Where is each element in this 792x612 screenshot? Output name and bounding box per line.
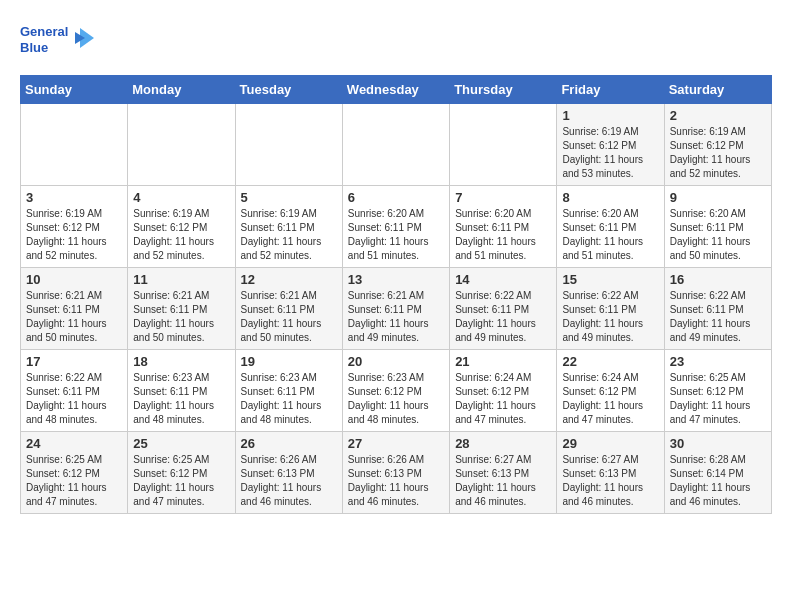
calendar-cell: 28Sunrise: 6:27 AM Sunset: 6:13 PM Dayli… [450,432,557,514]
calendar-table: SundayMondayTuesdayWednesdayThursdayFrid… [20,75,772,514]
calendar-cell [128,104,235,186]
general-blue-logo: General Blue [20,20,100,65]
day-number: 9 [670,190,766,205]
calendar-cell: 7Sunrise: 6:20 AM Sunset: 6:11 PM Daylig… [450,186,557,268]
calendar-cell [342,104,449,186]
day-number: 5 [241,190,337,205]
header-day-monday: Monday [128,76,235,104]
day-number: 21 [455,354,551,369]
calendar-cell: 19Sunrise: 6:23 AM Sunset: 6:11 PM Dayli… [235,350,342,432]
day-number: 25 [133,436,229,451]
calendar-cell [450,104,557,186]
week-row-2: 3Sunrise: 6:19 AM Sunset: 6:12 PM Daylig… [21,186,772,268]
calendar-cell: 26Sunrise: 6:26 AM Sunset: 6:13 PM Dayli… [235,432,342,514]
calendar-header: SundayMondayTuesdayWednesdayThursdayFrid… [21,76,772,104]
cell-info: Sunrise: 6:23 AM Sunset: 6:11 PM Dayligh… [133,371,229,427]
logo: General Blue [20,20,100,65]
cell-info: Sunrise: 6:26 AM Sunset: 6:13 PM Dayligh… [348,453,444,509]
cell-info: Sunrise: 6:23 AM Sunset: 6:12 PM Dayligh… [348,371,444,427]
calendar-cell [235,104,342,186]
day-number: 6 [348,190,444,205]
day-number: 28 [455,436,551,451]
cell-info: Sunrise: 6:22 AM Sunset: 6:11 PM Dayligh… [26,371,122,427]
cell-info: Sunrise: 6:21 AM Sunset: 6:11 PM Dayligh… [26,289,122,345]
cell-info: Sunrise: 6:28 AM Sunset: 6:14 PM Dayligh… [670,453,766,509]
day-number: 2 [670,108,766,123]
calendar-cell: 11Sunrise: 6:21 AM Sunset: 6:11 PM Dayli… [128,268,235,350]
calendar-cell: 10Sunrise: 6:21 AM Sunset: 6:11 PM Dayli… [21,268,128,350]
day-number: 30 [670,436,766,451]
calendar-cell: 13Sunrise: 6:21 AM Sunset: 6:11 PM Dayli… [342,268,449,350]
calendar-cell: 1Sunrise: 6:19 AM Sunset: 6:12 PM Daylig… [557,104,664,186]
day-number: 16 [670,272,766,287]
calendar-cell: 12Sunrise: 6:21 AM Sunset: 6:11 PM Dayli… [235,268,342,350]
header-day-tuesday: Tuesday [235,76,342,104]
day-number: 13 [348,272,444,287]
calendar-cell: 9Sunrise: 6:20 AM Sunset: 6:11 PM Daylig… [664,186,771,268]
calendar-cell: 4Sunrise: 6:19 AM Sunset: 6:12 PM Daylig… [128,186,235,268]
svg-text:General: General [20,24,68,39]
cell-info: Sunrise: 6:25 AM Sunset: 6:12 PM Dayligh… [26,453,122,509]
calendar-cell: 8Sunrise: 6:20 AM Sunset: 6:11 PM Daylig… [557,186,664,268]
cell-info: Sunrise: 6:25 AM Sunset: 6:12 PM Dayligh… [133,453,229,509]
day-number: 27 [348,436,444,451]
calendar-cell [21,104,128,186]
day-number: 17 [26,354,122,369]
cell-info: Sunrise: 6:24 AM Sunset: 6:12 PM Dayligh… [455,371,551,427]
calendar-cell: 18Sunrise: 6:23 AM Sunset: 6:11 PM Dayli… [128,350,235,432]
header-day-wednesday: Wednesday [342,76,449,104]
day-number: 3 [26,190,122,205]
week-row-4: 17Sunrise: 6:22 AM Sunset: 6:11 PM Dayli… [21,350,772,432]
cell-info: Sunrise: 6:26 AM Sunset: 6:13 PM Dayligh… [241,453,337,509]
day-number: 8 [562,190,658,205]
cell-info: Sunrise: 6:22 AM Sunset: 6:11 PM Dayligh… [562,289,658,345]
cell-info: Sunrise: 6:19 AM Sunset: 6:12 PM Dayligh… [26,207,122,263]
day-number: 24 [26,436,122,451]
calendar-cell: 14Sunrise: 6:22 AM Sunset: 6:11 PM Dayli… [450,268,557,350]
day-number: 10 [26,272,122,287]
day-number: 26 [241,436,337,451]
calendar-cell: 25Sunrise: 6:25 AM Sunset: 6:12 PM Dayli… [128,432,235,514]
day-number: 14 [455,272,551,287]
cell-info: Sunrise: 6:27 AM Sunset: 6:13 PM Dayligh… [562,453,658,509]
calendar-cell: 24Sunrise: 6:25 AM Sunset: 6:12 PM Dayli… [21,432,128,514]
calendar-cell: 5Sunrise: 6:19 AM Sunset: 6:11 PM Daylig… [235,186,342,268]
calendar-cell: 29Sunrise: 6:27 AM Sunset: 6:13 PM Dayli… [557,432,664,514]
calendar-cell: 27Sunrise: 6:26 AM Sunset: 6:13 PM Dayli… [342,432,449,514]
cell-info: Sunrise: 6:21 AM Sunset: 6:11 PM Dayligh… [348,289,444,345]
day-number: 18 [133,354,229,369]
cell-info: Sunrise: 6:21 AM Sunset: 6:11 PM Dayligh… [133,289,229,345]
calendar-cell: 20Sunrise: 6:23 AM Sunset: 6:12 PM Dayli… [342,350,449,432]
day-number: 19 [241,354,337,369]
cell-info: Sunrise: 6:23 AM Sunset: 6:11 PM Dayligh… [241,371,337,427]
cell-info: Sunrise: 6:22 AM Sunset: 6:11 PM Dayligh… [670,289,766,345]
calendar-cell: 15Sunrise: 6:22 AM Sunset: 6:11 PM Dayli… [557,268,664,350]
day-number: 20 [348,354,444,369]
cell-info: Sunrise: 6:25 AM Sunset: 6:12 PM Dayligh… [670,371,766,427]
calendar-cell: 23Sunrise: 6:25 AM Sunset: 6:12 PM Dayli… [664,350,771,432]
header-day-friday: Friday [557,76,664,104]
cell-info: Sunrise: 6:19 AM Sunset: 6:11 PM Dayligh… [241,207,337,263]
week-row-3: 10Sunrise: 6:21 AM Sunset: 6:11 PM Dayli… [21,268,772,350]
calendar-cell: 30Sunrise: 6:28 AM Sunset: 6:14 PM Dayli… [664,432,771,514]
cell-info: Sunrise: 6:20 AM Sunset: 6:11 PM Dayligh… [348,207,444,263]
header-day-saturday: Saturday [664,76,771,104]
day-number: 12 [241,272,337,287]
calendar-cell: 21Sunrise: 6:24 AM Sunset: 6:12 PM Dayli… [450,350,557,432]
cell-info: Sunrise: 6:20 AM Sunset: 6:11 PM Dayligh… [670,207,766,263]
cell-info: Sunrise: 6:22 AM Sunset: 6:11 PM Dayligh… [455,289,551,345]
day-number: 4 [133,190,229,205]
header-row: SundayMondayTuesdayWednesdayThursdayFrid… [21,76,772,104]
day-number: 11 [133,272,229,287]
day-number: 15 [562,272,658,287]
header: General Blue [20,20,772,65]
cell-info: Sunrise: 6:24 AM Sunset: 6:12 PM Dayligh… [562,371,658,427]
calendar-cell: 3Sunrise: 6:19 AM Sunset: 6:12 PM Daylig… [21,186,128,268]
calendar-cell: 2Sunrise: 6:19 AM Sunset: 6:12 PM Daylig… [664,104,771,186]
cell-info: Sunrise: 6:20 AM Sunset: 6:11 PM Dayligh… [455,207,551,263]
calendar-cell: 6Sunrise: 6:20 AM Sunset: 6:11 PM Daylig… [342,186,449,268]
header-day-sunday: Sunday [21,76,128,104]
day-number: 7 [455,190,551,205]
day-number: 23 [670,354,766,369]
cell-info: Sunrise: 6:21 AM Sunset: 6:11 PM Dayligh… [241,289,337,345]
